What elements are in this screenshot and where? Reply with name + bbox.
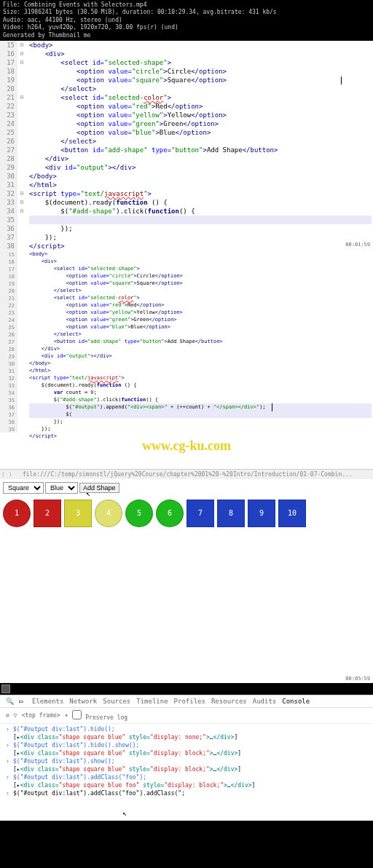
tab-network[interactable]: Network [69, 698, 97, 705]
devtools-toolbar: ⊘ ▽ <top frame> ▾ Preserve log [0, 708, 373, 724]
console-input[interactable]: $("#output div:last").addClass("foo").ad… [13, 789, 367, 797]
browser-preview: Square Blue Add Shape ↖ 1 2 3 4 5 6 7 8 … [0, 479, 373, 683]
console-cmd: $("#output div:last").hide().show(); [13, 741, 367, 749]
console-out: [▸<div class="shape square blue" style="… [13, 765, 367, 773]
tab-elements[interactable]: Elements [32, 698, 63, 705]
console-cmd: $("#output div:last").addClass("foo"); [13, 773, 367, 781]
shape-select[interactable]: Square [3, 482, 44, 494]
tab-audits[interactable]: Audits [253, 698, 277, 705]
code-content[interactable]: <body> <div> <select id="selected-shape"… [28, 41, 373, 250]
url-text: file:///C:/temp/simonstl/jQuery%20Course… [23, 471, 353, 478]
devtools-tabs: 🔍 ▭ Elements Network Sources Timeline Pr… [0, 695, 373, 708]
taskbar-thumb[interactable] [1, 684, 10, 693]
shape-item: 5 [125, 500, 153, 527]
footer-blank [0, 821, 373, 864]
code-editor-1[interactable]: 1516171819202122232425262728293031323334… [0, 41, 373, 250]
code-content[interactable]: <body> <div> <select id="selected-shape"… [28, 250, 373, 440]
shape-item: 1 [3, 500, 31, 527]
frame-select[interactable]: <top frame> [22, 712, 60, 719]
tab-resources[interactable]: Resources [211, 698, 247, 705]
console-out: [▸<div class="shape square blue foo" sty… [13, 781, 367, 789]
filter-icon[interactable]: ▽ [14, 712, 17, 719]
console-cmd: $("#output div:last").show(); [13, 757, 367, 765]
chevron-down-icon[interactable]: ▾ [65, 712, 68, 719]
fold-column[interactable]: ⊟⊟⊟⊟⊟⊟⊟ [17, 41, 26, 250]
code-editor-2[interactable]: 1516171819202122232425262728293031323334… [0, 250, 373, 469]
console-out: [▸<div class="shape square blue" style="… [13, 733, 367, 741]
video-gen: Generated by Thumbnail me [3, 32, 370, 39]
shape-item: 2 [34, 500, 61, 527]
timestamp-2: 00:05:59 [345, 676, 370, 682]
video-metadata: File: Combining Events with Selectors.mp… [0, 0, 373, 41]
tab-console[interactable]: Console [282, 698, 310, 705]
browser-address-bar[interactable]: ⟨ ⟩ file:///C:/temp/simonstl/jQuery%20Co… [0, 469, 373, 479]
shape-item: 8 [217, 500, 245, 527]
shapes-output: 1 2 3 4 5 6 7 8 9 10 [3, 500, 370, 527]
console-output[interactable]: ›$("#output div:last").hide(); [▸<div cl… [0, 724, 373, 821]
preserve-log-checkbox[interactable]: Preserve log [72, 710, 127, 721]
shape-item: 4 [95, 500, 122, 527]
shape-item: 9 [248, 500, 275, 527]
line-gutter: 1516171819202122232425262728293031323334… [0, 250, 17, 433]
watermark: www.cg-ku.com [142, 438, 231, 454]
console-cmd: $("#output div:last").hide(); [13, 725, 367, 733]
console-out: [▸<div class="shape square blue" style="… [13, 749, 367, 757]
tab-timeline[interactable]: Timeline [136, 698, 168, 705]
shape-item: 10 [278, 500, 306, 527]
taskbar[interactable] [0, 683, 373, 695]
shape-item: 7 [186, 500, 214, 527]
video-audio: Audio: aac, 44100 Hz, stereo (und) [3, 17, 370, 24]
line-gutter: 1516171819202122232425262728293031323334… [0, 41, 17, 250]
video-file: File: Combining Events with Selectors.mp… [3, 1, 370, 9]
tab-profiles[interactable]: Profiles [174, 698, 205, 705]
shape-item: 6 [156, 500, 184, 527]
timestamp-1: 00:01:59 [345, 242, 370, 248]
tab-sources[interactable]: Sources [103, 698, 130, 705]
add-shape-button[interactable]: Add Shape [79, 483, 119, 493]
device-icon[interactable]: ▭ [19, 698, 26, 705]
video-video: Video: h264, yuv420p, 1920x720, 30.00 fp… [3, 24, 370, 31]
text-cursor [341, 76, 342, 84]
search-icon[interactable]: 🔍 [6, 698, 13, 705]
color-select[interactable]: Blue [45, 482, 78, 494]
shape-item: 3 [64, 500, 92, 527]
clear-console-icon[interactable]: ⊘ [6, 712, 9, 719]
video-size: Size: 31986241 bytes (30.50 MiB), durati… [3, 9, 370, 16]
text-cursor [272, 403, 272, 411]
devtools-panel: 🔍 ▭ Elements Network Sources Timeline Pr… [0, 695, 373, 821]
mouse-cursor-icon: ↖ [122, 809, 127, 817]
